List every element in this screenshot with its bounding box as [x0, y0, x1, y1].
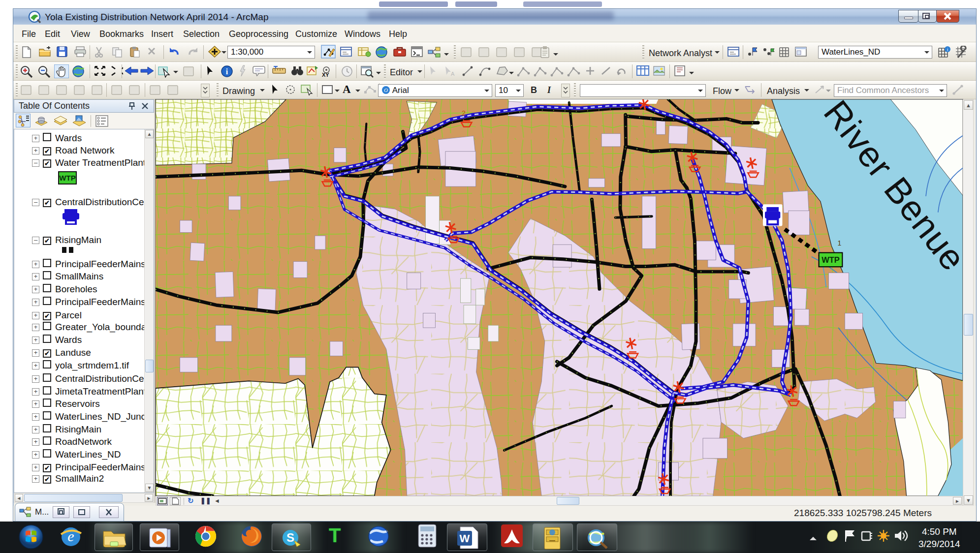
- svg-text:A: A: [451, 71, 455, 77]
- svg-text:W: W: [460, 532, 470, 545]
- svg-text:i: i: [226, 67, 228, 76]
- svg-text:WTP: WTP: [822, 255, 840, 264]
- svg-text:1: 1: [837, 239, 841, 247]
- svg-text:i: i: [947, 47, 948, 52]
- svg-text:S: S: [286, 531, 294, 544]
- svg-text:O: O: [384, 87, 388, 93]
- svg-text:XY: XY: [322, 72, 329, 78]
- svg-text:2: 2: [462, 109, 466, 117]
